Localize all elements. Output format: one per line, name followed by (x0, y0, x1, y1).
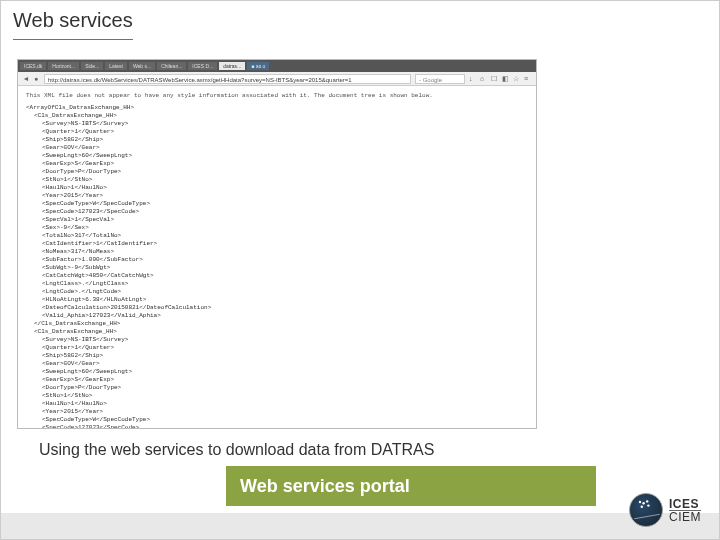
xml-line: <SpecCode>127023</SpecCode> (42, 424, 528, 429)
xml-line: <NoMeas>317</NoMeas> (42, 248, 528, 256)
xml-body: This XML file does not appear to have an… (18, 86, 536, 429)
xml-line: <ArrayOfCls_DatrasExchange_HH> (26, 104, 528, 112)
ices-logo: ICES CIEM (629, 493, 701, 527)
xml-line: <DoorType>P</DoorType> (42, 384, 528, 392)
xml-line: <Survey>NS-IBTS</Survey> (42, 336, 528, 344)
title-underline (13, 39, 133, 40)
xml-line: <HLNoAtLngt>6.38</HLNoAtLngt> (42, 296, 528, 304)
tab-item-active[interactable]: datras... (219, 62, 245, 70)
xml-line: <Valid_Aphia>127023</Valid_Aphia> (42, 312, 528, 320)
xml-line: <SpecVal>1</SpecVal> (42, 216, 528, 224)
tab-addon[interactable]: ■ aa o (247, 62, 269, 70)
logo-globe-icon (629, 493, 663, 527)
xml-line: <Gear>GOV</Gear> (42, 360, 528, 368)
logo-text: ICES CIEM (669, 498, 701, 523)
tab-item[interactable]: Web s... (129, 62, 155, 70)
address-input[interactable]: http://datras.ices.dk/WebServices/DATRAS… (44, 74, 411, 84)
xml-line: </Cls_DatrasExchange_HH> (34, 320, 528, 328)
xml-line: <Cls_DatrasExchange_HH> (34, 112, 528, 120)
xml-line: <SpecCodeType>W</SpecCodeType> (42, 416, 528, 424)
back-icon[interactable]: ◄ (22, 75, 30, 83)
menu-icon[interactable]: ≡ (524, 75, 532, 83)
xml-line: <Quarter>1</Quarter> (42, 128, 528, 136)
xml-line: <LngtCode>.</LngtCode> (42, 288, 528, 296)
xml-line: <SpecCodeType>W</SpecCodeType> (42, 200, 528, 208)
xml-line: <TotalNo>317</TotalNo> (42, 232, 528, 240)
xml-line: <Ship>58G2</Ship> (42, 136, 528, 144)
xml-line: <Year>2015</Year> (42, 192, 528, 200)
tab-item[interactable]: Latest (105, 62, 127, 70)
browser-window: ICES.dk Horizont... Side... Latest Web s… (17, 59, 537, 429)
home-icon[interactable]: ⌂ (480, 75, 488, 83)
xml-line: <LngtClass>.</LngtClass> (42, 280, 528, 288)
tab-strip: ICES.dk Horizont... Side... Latest Web s… (18, 60, 536, 72)
slide-title: Web services (13, 9, 133, 32)
globe-icon: ● (32, 75, 40, 83)
xml-note: This XML file does not appear to have an… (26, 92, 528, 100)
url-bar: ◄ ● http://datras.ices.dk/WebServices/DA… (18, 72, 536, 86)
tab-item[interactable]: Chilean... (157, 62, 186, 70)
banner-text: Web services portal (240, 476, 410, 497)
xml-line: <Year>2015</Year> (42, 408, 528, 416)
xml-line: <HaulNo>1</HaulNo> (42, 400, 528, 408)
footer-bar (1, 513, 720, 539)
logo-line1: ICES (669, 498, 701, 510)
banner: Web services portal (226, 466, 596, 506)
xml-line: <SweepLngt>60</SweepLngt> (42, 368, 528, 376)
xml-line: <Sex>-9</Sex> (42, 224, 528, 232)
xml-line: <Ship>58G2</Ship> (42, 352, 528, 360)
tab-item[interactable]: ICES D... (188, 62, 217, 70)
xml-line: <GearExp>S</GearExp> (42, 160, 528, 168)
xml-line: <SweepLngt>60</SweepLngt> (42, 152, 528, 160)
xml-line: <CatIdentifier>1</CatIdentifier> (42, 240, 528, 248)
xml-line: <StNo>1</StNo> (42, 176, 528, 184)
xml-line: <SubWgt>-9</SubWgt> (42, 264, 528, 272)
xml-line: <SpecCode>127023</SpecCode> (42, 208, 528, 216)
logo-line2: CIEM (669, 510, 701, 523)
xml-line: <Gear>GOV</Gear> (42, 144, 528, 152)
star-icon[interactable]: ☆ (513, 75, 521, 83)
tab-item[interactable]: Horizont... (48, 62, 79, 70)
tab-item[interactable]: Side... (81, 62, 103, 70)
search-input[interactable]: - Google (415, 74, 465, 84)
xml-line: <DoorType>P</DoorType> (42, 168, 528, 176)
xml-line: <SubFactor>1.000</SubFactor> (42, 256, 528, 264)
xml-line: <CatCatchWgt>4850</CatCatchWgt> (42, 272, 528, 280)
caption: Using the web services to download data … (39, 441, 434, 459)
xml-line: <DateofCalculation>20150821</DateofCalcu… (42, 304, 528, 312)
xml-line: <Cls_DatrasExchange_HH> (34, 328, 528, 336)
xml-line: <StNo>1</StNo> (42, 392, 528, 400)
xml-line: <HaulNo>1</HaulNo> (42, 184, 528, 192)
xml-line: <Survey>NS-IBTS</Survey> (42, 120, 528, 128)
xml-line: <Quarter>1</Quarter> (42, 344, 528, 352)
feed-icon[interactable]: ◧ (502, 75, 510, 83)
bookmark-icon[interactable]: ☐ (491, 75, 499, 83)
tab-item[interactable]: ICES.dk (20, 62, 46, 70)
download-icon[interactable]: ↓ (469, 75, 477, 83)
xml-line: <GearExp>S</GearExp> (42, 376, 528, 384)
